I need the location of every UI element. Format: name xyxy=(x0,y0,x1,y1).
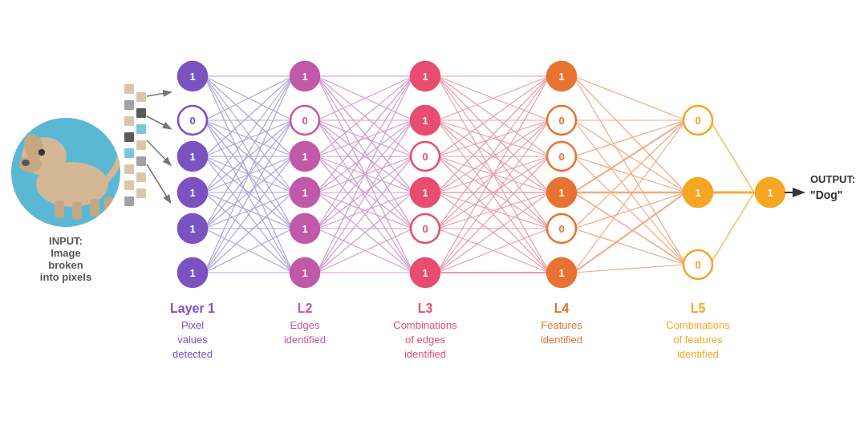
svg-text:1: 1 xyxy=(558,71,564,83)
svg-text:1: 1 xyxy=(302,267,307,279)
l1-sublabel-2: values xyxy=(177,334,208,346)
svg-line-144 xyxy=(574,120,686,156)
svg-rect-17 xyxy=(124,180,134,190)
l1-sublabel-1: Pixel xyxy=(181,319,204,331)
svg-line-151 xyxy=(574,192,686,229)
svg-line-152 xyxy=(574,229,686,265)
svg-text:0: 0 xyxy=(558,115,564,127)
svg-rect-18 xyxy=(124,196,134,206)
output-node-value: 1 xyxy=(767,187,773,199)
svg-line-138 xyxy=(574,76,686,120)
l3-sublabel-2: of edges xyxy=(405,334,445,346)
svg-line-158 xyxy=(710,192,754,265)
l2-l3-connections xyxy=(317,76,413,273)
network-svg: INPUT: Image broken into pixels xyxy=(0,0,868,425)
svg-rect-21 xyxy=(136,124,146,134)
svg-line-27 xyxy=(147,116,170,128)
input-label-line1: Image xyxy=(51,247,81,259)
svg-line-26 xyxy=(147,92,170,96)
l4-l5-connections xyxy=(574,76,686,273)
l4-sublabel-2: identified xyxy=(541,334,582,346)
output-label-value: "Dog" xyxy=(810,188,843,201)
l5-output-connections xyxy=(710,120,754,265)
svg-rect-14 xyxy=(124,132,134,142)
svg-text:1: 1 xyxy=(302,223,307,235)
output-label-title: OUTPUT: xyxy=(810,173,855,185)
l3-label: L3 xyxy=(418,302,433,315)
svg-rect-10 xyxy=(104,197,114,215)
svg-text:1: 1 xyxy=(695,187,700,199)
svg-rect-20 xyxy=(136,108,146,118)
l1-node-2-value: 0 xyxy=(189,115,195,127)
svg-text:0: 0 xyxy=(302,115,307,127)
svg-text:1: 1 xyxy=(302,187,307,199)
l1-node-6-value: 1 xyxy=(189,267,195,279)
layer1-nodes: 1 0 1 1 1 1 xyxy=(178,62,207,287)
l2-sublabel-1: Edges xyxy=(290,319,320,331)
svg-text:0: 0 xyxy=(422,151,428,163)
input-label-line3: into pixels xyxy=(40,271,91,283)
l4-label: L4 xyxy=(554,302,570,315)
l1-node-1-value: 1 xyxy=(189,71,195,83)
l1-l2-connections xyxy=(205,76,293,273)
pixel-squares xyxy=(124,84,170,206)
l3-sublabel-3: identified xyxy=(404,348,446,360)
svg-rect-15 xyxy=(124,148,134,158)
svg-rect-24 xyxy=(136,172,146,182)
l5-sublabel-2: of features xyxy=(673,334,723,346)
svg-rect-7 xyxy=(55,200,64,218)
l1-node-3-value: 1 xyxy=(189,151,195,163)
svg-text:0: 0 xyxy=(558,151,564,163)
neural-network-diagram: INPUT: Image broken into pixels xyxy=(0,0,868,425)
svg-text:0: 0 xyxy=(695,115,700,127)
svg-text:0: 0 xyxy=(695,259,700,271)
l2-sublabel-2: identified xyxy=(284,334,326,346)
svg-rect-8 xyxy=(72,202,82,220)
svg-line-154 xyxy=(574,192,686,273)
l1-label: Layer 1 xyxy=(170,302,215,315)
svg-text:1: 1 xyxy=(302,151,307,163)
svg-line-155 xyxy=(574,265,686,273)
svg-line-153 xyxy=(574,120,686,273)
svg-text:1: 1 xyxy=(422,187,428,199)
svg-rect-11 xyxy=(124,84,134,94)
l1-node-5-value: 1 xyxy=(189,223,195,235)
svg-point-6 xyxy=(39,149,45,156)
l5-label: L5 xyxy=(691,302,706,315)
layer3-nodes: 1 1 0 1 0 1 xyxy=(411,62,440,287)
l4-sublabel-1: Features xyxy=(541,319,582,331)
l3-sublabel-1: Combinations xyxy=(393,319,457,331)
l1-node-4-value: 1 xyxy=(189,187,195,199)
svg-line-29 xyxy=(147,164,170,202)
svg-rect-22 xyxy=(136,140,146,150)
l1-sublabel-3: detected xyxy=(172,348,213,360)
layer5-nodes: 0 1 0 xyxy=(683,106,712,279)
l5-sublabel-3: identified xyxy=(677,348,719,360)
l3-l4-connections xyxy=(437,76,550,273)
svg-rect-9 xyxy=(90,199,99,217)
svg-rect-12 xyxy=(124,100,134,110)
layer4-nodes: 1 0 0 1 0 1 xyxy=(547,62,576,287)
svg-line-149 xyxy=(574,192,686,265)
svg-rect-19 xyxy=(136,92,146,102)
svg-text:0: 0 xyxy=(558,223,564,235)
svg-text:1: 1 xyxy=(302,71,307,83)
svg-line-156 xyxy=(710,120,754,192)
svg-line-28 xyxy=(147,140,170,164)
svg-text:1: 1 xyxy=(422,267,428,279)
svg-text:1: 1 xyxy=(422,71,428,83)
input-label-title: INPUT: xyxy=(49,235,83,247)
svg-text:1: 1 xyxy=(422,115,428,127)
svg-text:0: 0 xyxy=(422,223,428,235)
svg-point-5 xyxy=(22,160,30,166)
l5-sublabel-1: Combinations xyxy=(666,319,730,331)
svg-text:1: 1 xyxy=(558,187,564,199)
svg-rect-25 xyxy=(136,188,146,198)
svg-rect-13 xyxy=(124,116,134,126)
svg-line-140 xyxy=(574,76,686,265)
svg-rect-16 xyxy=(124,164,134,174)
input-label-line2: broken xyxy=(48,259,83,271)
l2-label: L2 xyxy=(298,302,313,315)
layer2-nodes: 1 0 1 1 1 1 xyxy=(290,62,319,287)
svg-rect-23 xyxy=(136,156,146,166)
